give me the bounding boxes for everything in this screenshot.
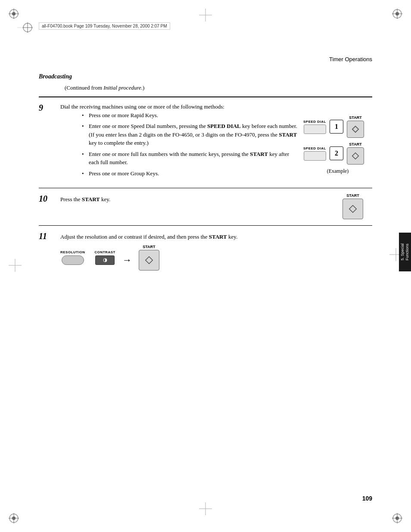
step-9-diagram: SPEED DIAL 1 START	[303, 115, 372, 174]
speed-dial-label-1: SPEED DIAL	[303, 120, 326, 124]
bullet-3: Enter one or more full fax numbers with …	[82, 150, 299, 167]
main-content: Broadcasting (Continued from Initial pro…	[39, 73, 372, 277]
step-10-row: 10 Press the START key. START	[39, 193, 372, 219]
step-11-text: Adjust the resolution and or contrast if…	[60, 233, 237, 241]
speed-dial-row-1: SPEED DIAL 1 START	[303, 115, 372, 138]
divider-2	[39, 188, 372, 188]
step-10-diagram: START	[333, 193, 372, 219]
corner-mark-br	[377, 498, 402, 523]
svg-marker-33	[146, 257, 153, 264]
contrast-button: CONTRAST	[94, 250, 115, 265]
start-label-1: START	[349, 115, 361, 120]
step-9-text: Dial the receiving machines using one or…	[60, 103, 299, 111]
svg-marker-30	[352, 153, 359, 159]
example-text: (Example)	[303, 168, 372, 174]
corner-mark-tr	[377, 9, 402, 34]
bottom-center-mark	[199, 502, 212, 517]
speed-dial-key-2	[304, 151, 326, 161]
start-label-2: START	[349, 142, 361, 146]
step-11-top: 11 Adjust the resolution and or contrast…	[39, 231, 237, 241]
file-header: all-F04700.book Page 109 Tuesday, Novemb…	[39, 22, 170, 30]
left-center-mark	[9, 259, 22, 274]
step-10-number: 10	[39, 193, 60, 204]
start-btn-11: START	[139, 245, 159, 271]
continued-prefix: (Continued from	[65, 84, 103, 91]
resolution-button: RESOLUTION	[60, 250, 85, 265]
bullet-1: Press one or more Rapid Keys.	[82, 111, 299, 120]
bullet-4: Press one or more Group Keys.	[82, 169, 299, 178]
arrow-symbol: →	[122, 255, 132, 266]
step-11-diagram: RESOLUTION CONTRAST →	[60, 245, 159, 271]
step-9-number: 9	[39, 103, 60, 113]
continued-text: (Continued from Initial procedure.)	[65, 84, 372, 91]
corner-mark-bl	[9, 498, 34, 523]
speed-dial-key-1	[304, 124, 326, 134]
bullet-2: Enter one or more Speed Dial numbers, pr…	[82, 122, 299, 147]
section-heading: Broadcasting	[39, 73, 372, 80]
speed-dial-row-2: SPEED DIAL 2 START	[303, 142, 372, 165]
page-title: Timer Operations	[329, 56, 372, 62]
start-btn-2: START	[347, 142, 364, 165]
side-tab-special-functions: 5. SpecialFunctions	[399, 233, 411, 271]
top-center-mark	[199, 9, 212, 23]
number-box-2: 2	[330, 146, 343, 160]
resolution-label: RESOLUTION	[60, 250, 85, 254]
start-key-11	[139, 250, 159, 271]
corner-mark-tl	[9, 9, 34, 34]
divider-top	[39, 96, 372, 97]
page-number: 109	[362, 495, 372, 502]
step-11-number: 11	[39, 231, 60, 241]
start-key-10	[342, 199, 363, 219]
page: all-F04700.book Page 109 Tuesday, Novemb…	[0, 0, 411, 532]
side-tab-text: 5. SpecialFunctions	[400, 243, 410, 261]
step-11-row: 11 Adjust the resolution and or contrast…	[39, 231, 372, 271]
start-btn-1: START	[347, 115, 364, 138]
contrast-label: CONTRAST	[94, 250, 115, 254]
step-9-row: 9 Dial the receiving machines using one …	[39, 103, 372, 182]
divider-3	[39, 225, 372, 226]
continued-italic: Initial procedure	[103, 84, 141, 91]
resolution-key	[62, 255, 84, 265]
step-10-text: Press the START key.	[60, 195, 316, 204]
start-label-11: START	[143, 245, 155, 249]
svg-marker-31	[349, 205, 357, 213]
number-box-1: 1	[330, 120, 343, 134]
speed-dial-button-2: SPEED DIAL	[303, 146, 326, 161]
speed-dial-button-1: SPEED DIAL	[303, 120, 326, 134]
start-label-10: START	[346, 193, 359, 198]
continued-end: .)	[141, 84, 145, 91]
step-9-bullets: Press one or more Rapid Keys. Enter one …	[82, 111, 299, 178]
contrast-key	[95, 255, 115, 265]
start-key-2	[347, 147, 364, 165]
speed-dial-label-2: SPEED DIAL	[303, 146, 326, 150]
start-key-1	[347, 121, 364, 138]
step-9-content: Dial the receiving machines using one or…	[60, 103, 299, 182]
